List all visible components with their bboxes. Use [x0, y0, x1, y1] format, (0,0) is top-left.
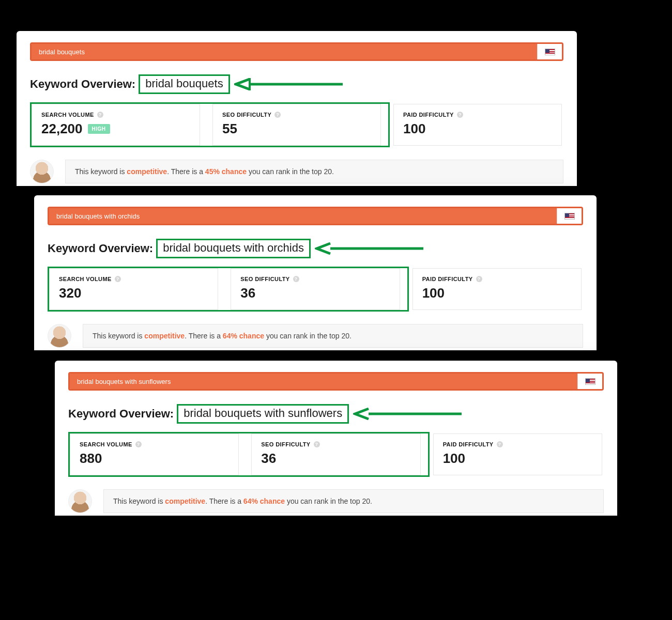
- metric-search-volume: SEARCH VOLUME ? 880: [70, 433, 239, 475]
- commentary-row: This keyword is competitive. There is a …: [30, 160, 563, 183]
- search-bar: bridal bouquets with sunflowers: [68, 372, 604, 391]
- metric-label: PAID DIFFICULTY: [403, 112, 454, 118]
- metric-label: SEARCH VOLUME: [59, 276, 112, 282]
- annotation-arrow-icon: [315, 242, 423, 255]
- overview-label: Keyword Overview:: [30, 78, 135, 91]
- commentary-chance: 45% chance: [205, 167, 247, 176]
- search-bar: bridal bouquets: [30, 42, 563, 61]
- commentary-competitive: competitive: [127, 167, 167, 176]
- commentary-chance: 64% chance: [223, 332, 264, 340]
- help-icon[interactable]: ?: [115, 276, 121, 282]
- metric-value: 320: [59, 285, 81, 301]
- metric-label: SEO DIFFICULTY: [240, 276, 289, 282]
- keyword-panel: bridal bouquets with sunflowers Keyword …: [55, 361, 617, 516]
- overview-label: Keyword Overview:: [48, 242, 153, 255]
- us-flag-icon: [564, 213, 575, 220]
- help-icon[interactable]: ?: [97, 112, 103, 118]
- annotation-arrow-icon: [234, 78, 343, 90]
- commentary-text: This keyword is: [113, 497, 165, 505]
- metric-label: PAID DIFFICULTY: [422, 276, 473, 282]
- commentary-text: you can rank in the top 20.: [247, 167, 334, 176]
- metrics-row: SEARCH VOLUME ? 880 SEO DIFFICULTY ? 36 …: [68, 432, 604, 477]
- metric-search-volume: SEARCH VOLUME ? 320: [49, 268, 218, 310]
- commentary-row: This keyword is competitive. There is a …: [68, 489, 604, 513]
- help-icon[interactable]: ?: [274, 112, 281, 118]
- metric-paid-difficulty: PAID DIFFICULTY ? 100: [433, 433, 602, 475]
- commentary-bubble: This keyword is competitive. There is a …: [65, 160, 563, 183]
- keyword-panel: bridal bouquets Keyword Overview: bridal…: [17, 31, 577, 186]
- help-icon[interactable]: ?: [293, 276, 299, 282]
- region-selector[interactable]: [557, 208, 582, 224]
- metric-value: 880: [80, 451, 102, 467]
- commentary-text: This keyword is: [75, 167, 127, 176]
- metric-seo-difficulty: SEO DIFFICULTY ? 36: [231, 268, 400, 310]
- metrics-row: SEARCH VOLUME ? 320 SEO DIFFICULTY ? 36 …: [48, 267, 583, 312]
- help-icon[interactable]: ?: [497, 441, 503, 447]
- advisor-avatar: [48, 324, 71, 348]
- search-input[interactable]: bridal bouquets with orchids: [49, 208, 557, 224]
- advisor-avatar: [68, 489, 92, 513]
- help-icon[interactable]: ?: [476, 276, 482, 282]
- keyword-highlight: bridal bouquets with sunflowers: [177, 404, 349, 424]
- metric-label: SEARCH VOLUME: [41, 112, 94, 118]
- keyword-panel: bridal bouquets with orchids Keyword Ove…: [34, 195, 597, 350]
- commentary-competitive: competitive: [144, 332, 185, 340]
- region-selector[interactable]: [577, 374, 602, 389]
- commentary-text: . There is a: [185, 332, 223, 340]
- metric-seo-difficulty: SEO DIFFICULTY ? 36: [251, 433, 420, 475]
- metric-label: SEO DIFFICULTY: [222, 112, 271, 118]
- commentary-bubble: This keyword is competitive. There is a …: [83, 324, 583, 348]
- keyword-overview-heading: Keyword Overview: bridal bouquets: [30, 74, 563, 94]
- keyword-highlight: bridal bouquets with orchids: [156, 239, 311, 258]
- annotation-arrow-icon: [353, 408, 462, 420]
- metric-label: PAID DIFFICULTY: [443, 441, 494, 447]
- metrics-row: SEARCH VOLUME ? 22,200 HIGH SEO DIFFICUL…: [30, 102, 563, 147]
- metric-value: 100: [443, 451, 465, 467]
- metric-label: SEARCH VOLUME: [80, 441, 132, 447]
- volume-badge: HIGH: [88, 124, 110, 134]
- us-flag-icon: [545, 49, 555, 55]
- keyword-overview-heading: Keyword Overview: bridal bouquets with o…: [48, 239, 583, 258]
- search-input[interactable]: bridal bouquets with sunflowers: [70, 374, 577, 389]
- search-bar: bridal bouquets with orchids: [48, 207, 583, 225]
- commentary-competitive: competitive: [165, 497, 205, 505]
- help-icon[interactable]: ?: [314, 441, 320, 447]
- commentary-chance: 64% chance: [243, 497, 285, 505]
- commentary-row: This keyword is competitive. There is a …: [48, 324, 583, 348]
- keyword-highlight: bridal bouquets: [139, 74, 230, 94]
- metric-value: 55: [222, 121, 237, 137]
- metric-value: 22,200: [41, 121, 83, 137]
- region-selector[interactable]: [537, 44, 562, 59]
- metric-paid-difficulty: PAID DIFFICULTY ? 100: [413, 268, 582, 310]
- help-icon[interactable]: ?: [135, 441, 142, 447]
- metric-value: 100: [403, 121, 425, 137]
- commentary-text: you can rank in the top 20.: [264, 332, 352, 340]
- commentary-text: . There is a: [205, 497, 243, 505]
- metric-seo-difficulty: SEO DIFFICULTY ? 55: [212, 104, 381, 146]
- metric-search-volume: SEARCH VOLUME ? 22,200 HIGH: [32, 104, 200, 146]
- us-flag-icon: [585, 378, 595, 385]
- metric-value: 36: [261, 451, 276, 467]
- commentary-bubble: This keyword is competitive. There is a …: [103, 489, 604, 513]
- metric-value: 100: [422, 285, 445, 301]
- search-input[interactable]: bridal bouquets: [32, 44, 537, 59]
- commentary-text: . There is a: [167, 167, 205, 176]
- commentary-text: This keyword is: [93, 332, 144, 340]
- advisor-avatar: [30, 160, 54, 183]
- help-icon[interactable]: ?: [457, 112, 463, 118]
- overview-label: Keyword Overview:: [68, 407, 174, 421]
- metric-label: SEO DIFFICULTY: [261, 441, 310, 447]
- metric-value: 36: [240, 285, 255, 301]
- keyword-overview-heading: Keyword Overview: bridal bouquets with s…: [68, 404, 604, 424]
- commentary-text: you can rank in the top 20.: [285, 497, 372, 505]
- metric-paid-difficulty: PAID DIFFICULTY ? 100: [393, 104, 562, 146]
